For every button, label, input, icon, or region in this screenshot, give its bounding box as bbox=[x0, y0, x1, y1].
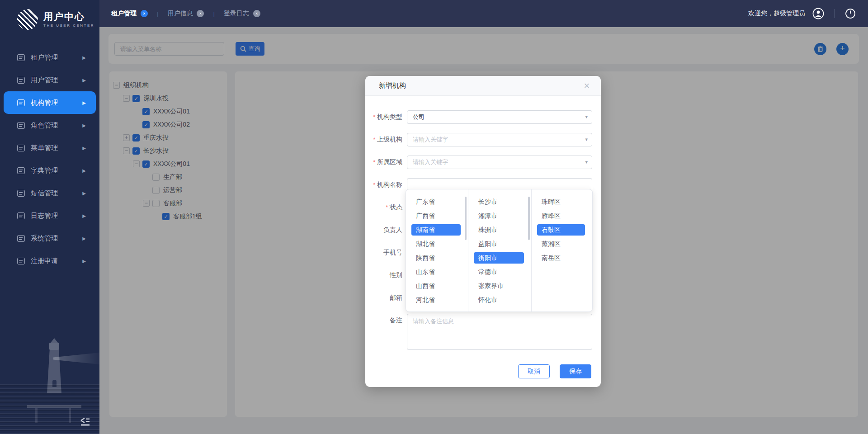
tab-tenant-mgmt[interactable]: 租户管理 × bbox=[111, 9, 148, 18]
region-select[interactable]: 请输入关键字 bbox=[407, 156, 592, 169]
cascader-district-column: 珠晖区 雁峰区 石鼓区 蒸湘区 南岳区 bbox=[532, 189, 592, 311]
chevron-right-icon: ▶ bbox=[82, 191, 86, 196]
cascader-option-province[interactable]: 广西省 bbox=[406, 209, 468, 223]
sidebar-item-tenant[interactable]: 租户管理 ▶ bbox=[4, 46, 96, 69]
breadcrumb-tabs: 租户管理 × | 用户信息 × | 登录日志 × bbox=[111, 9, 280, 18]
sidebar-item-label: 短信管理 bbox=[31, 189, 58, 198]
sidebar-item-org[interactable]: 机构管理 ▶ bbox=[4, 91, 96, 114]
brand-logo: 用户中心 THE USER CENTER bbox=[17, 9, 94, 30]
sidebar-menu: 租户管理 ▶ 用户管理 ▶ 机构管理 ▶ 角色管理 bbox=[0, 46, 99, 272]
logout-power-icon[interactable] bbox=[844, 8, 856, 19]
cascader-option-province[interactable]: 广东省 bbox=[406, 195, 468, 209]
tab-label: 用户信息 bbox=[167, 9, 193, 18]
org-name-label: 机构名称 bbox=[365, 181, 402, 189]
tenant-icon bbox=[17, 54, 25, 61]
close-icon[interactable] bbox=[582, 81, 592, 91]
tab-separator: | bbox=[157, 10, 158, 17]
region-cascader-dropdown: 广东省 广西省 湖南省 湖北省 陕西省 山东省 山西省 河北省 bbox=[406, 189, 593, 312]
cascader-option-district[interactable]: 雁峰区 bbox=[532, 209, 592, 223]
region-label: 所属区域 bbox=[365, 158, 402, 166]
tab-label: 登录日志 bbox=[224, 9, 249, 18]
cascader-option-city[interactable]: 怀化市 bbox=[468, 293, 531, 307]
modal-header: 新增机构 bbox=[365, 76, 601, 96]
chevron-right-icon: ▶ bbox=[82, 78, 86, 83]
monitor-icon bbox=[17, 235, 25, 242]
modal-title: 新增机构 bbox=[379, 81, 406, 90]
sidebar-item-menu[interactable]: 菜单管理 ▶ bbox=[4, 137, 96, 159]
cancel-button[interactable]: 取消 bbox=[518, 364, 550, 378]
cascader-option-city[interactable]: 益阳市 bbox=[468, 237, 531, 251]
gender-label: 性别 bbox=[365, 271, 402, 279]
collapse-sidebar-icon[interactable] bbox=[80, 417, 91, 427]
cascader-option-district[interactable]: 南岳区 bbox=[532, 251, 592, 265]
sidebar-item-user[interactable]: 用户管理 ▶ bbox=[4, 69, 96, 91]
tab-user-info[interactable]: 用户信息 × bbox=[167, 9, 204, 18]
sidebar: 用户中心 THE USER CENTER 租户管理 ▶ 用户管理 ▶ bbox=[0, 0, 99, 434]
sidebar-item-label: 系统管理 bbox=[31, 234, 58, 243]
parent-org-select[interactable]: 请输入关键字 bbox=[407, 133, 592, 146]
save-button[interactable]: 保存 bbox=[560, 364, 591, 378]
cascader-option-district[interactable]: 珠晖区 bbox=[532, 195, 592, 209]
app-root: 用户中心 THE USER CENTER 租户管理 ▶ 用户管理 ▶ bbox=[0, 0, 868, 434]
modal-footer: 取消 保存 bbox=[365, 359, 601, 378]
parent-org-label: 上级机构 bbox=[365, 136, 402, 144]
cascader-option-city[interactable]: 张家界市 bbox=[468, 279, 531, 293]
form-row-remark: 备注 bbox=[365, 314, 601, 350]
chevron-right-icon: ▶ bbox=[82, 146, 86, 151]
brand-title: 用户中心 bbox=[43, 11, 94, 22]
chevron-right-icon: ▶ bbox=[82, 259, 86, 264]
chevron-right-icon: ▶ bbox=[82, 123, 86, 128]
org-type-label: 机构类型 bbox=[365, 113, 402, 121]
principal-label: 负责人 bbox=[365, 226, 402, 234]
sidebar-item-register[interactable]: 注册申请 ▶ bbox=[4, 250, 96, 272]
sidebar-item-log[interactable]: 日志管理 ▶ bbox=[4, 204, 96, 227]
tab-login-log[interactable]: 登录日志 × bbox=[224, 9, 260, 18]
menu-doc-icon bbox=[17, 145, 25, 151]
avatar-icon[interactable] bbox=[812, 8, 824, 19]
welcome-text: 欢迎您，超级管理员 bbox=[748, 9, 805, 18]
org-type-select[interactable]: 公司 bbox=[407, 110, 592, 124]
sidebar-item-system[interactable]: 系统管理 ▶ bbox=[4, 227, 96, 250]
chevron-right-icon: ▶ bbox=[82, 100, 86, 105]
sidebar-item-label: 注册申请 bbox=[31, 257, 58, 265]
chevron-right-icon: ▶ bbox=[82, 55, 86, 60]
brand-logo-icon bbox=[17, 9, 38, 30]
sidebar-item-dict[interactable]: 字典管理 ▶ bbox=[4, 159, 96, 182]
tab-label: 租户管理 bbox=[111, 9, 137, 18]
sidebar-item-label: 机构管理 bbox=[31, 99, 58, 107]
tab-close-icon[interactable]: × bbox=[197, 10, 204, 17]
sidebar-item-label: 角色管理 bbox=[31, 121, 58, 130]
sidebar-item-label: 日志管理 bbox=[31, 212, 58, 220]
status-label: 状态 bbox=[365, 203, 402, 212]
cascader-option-province[interactable]: 湖北省 bbox=[406, 237, 468, 251]
cascader-option-province[interactable]: 山西省 bbox=[406, 279, 468, 293]
cascader-option-city[interactable]: 衡阳市 bbox=[474, 252, 524, 264]
remark-label: 备注 bbox=[365, 316, 402, 325]
cascader-option-province[interactable]: 山东省 bbox=[406, 265, 468, 279]
form-row-region: 所属区域 请输入关键字 bbox=[365, 156, 601, 169]
cascader-option-city[interactable]: 长沙市 bbox=[468, 195, 531, 209]
scrollbar-thumb[interactable] bbox=[465, 197, 467, 240]
cascader-option-city[interactable]: 株洲市 bbox=[468, 223, 531, 237]
tab-close-icon[interactable]: × bbox=[141, 10, 148, 17]
scrollbar-thumb[interactable] bbox=[528, 197, 530, 240]
sidebar-item-role[interactable]: 角色管理 ▶ bbox=[4, 114, 96, 137]
cascader-option-province[interactable]: 陕西省 bbox=[406, 251, 468, 265]
cascader-option-city[interactable]: 湘潭市 bbox=[468, 209, 531, 223]
sidebar-item-label: 用户管理 bbox=[31, 76, 58, 85]
brand-subtitle: THE USER CENTER bbox=[43, 24, 94, 28]
tab-separator: | bbox=[213, 10, 214, 17]
parent-org-placeholder: 请输入关键字 bbox=[413, 136, 448, 144]
sidebar-item-sms[interactable]: 短信管理 ▶ bbox=[4, 182, 96, 204]
user-plus-icon bbox=[17, 258, 25, 264]
chevron-right-icon: ▶ bbox=[82, 236, 86, 241]
modal-body: 机构类型 公司 上级机构 请输入关键字 所属区域 bbox=[365, 96, 601, 350]
cascader-option-province[interactable]: 湖南省 bbox=[411, 224, 461, 236]
remark-textarea[interactable] bbox=[407, 314, 592, 350]
cascader-option-province[interactable]: 河北省 bbox=[406, 293, 468, 307]
cascader-option-district[interactable]: 石鼓区 bbox=[537, 224, 585, 236]
roles-icon bbox=[17, 122, 25, 129]
cascader-option-district[interactable]: 蒸湘区 bbox=[532, 237, 592, 251]
tab-close-icon[interactable]: × bbox=[253, 10, 260, 17]
cascader-option-city[interactable]: 常德市 bbox=[468, 265, 531, 279]
